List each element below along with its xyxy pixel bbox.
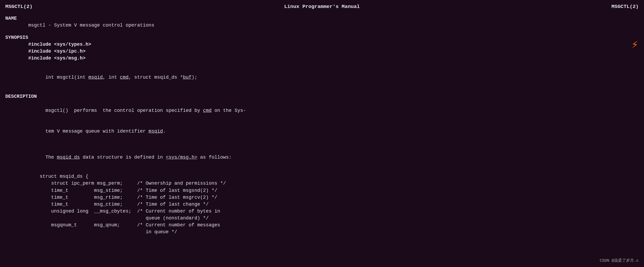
description-para1-line2: tem V message queue with identifier msqi… <box>5 121 639 142</box>
description-para1-line1: msgctl() performs the control operation … <box>5 100 639 121</box>
lightning-icon: ⚡ <box>632 37 638 53</box>
header-center: Linux Programmer's Manual <box>284 3 360 11</box>
synopsis-include-3: #include <sys/msg.h> <box>5 55 639 62</box>
description-para2: The msqid_ds data structure is defined i… <box>5 147 639 168</box>
name-content: msgctl - System V message control operat… <box>5 22 639 29</box>
header-left: MSGCTL(2) <box>5 3 33 11</box>
description-label: DESCRIPTION <box>5 93 639 100</box>
manual-page: MSGCTL(2) Linux Programmer's Manual MSGC… <box>5 3 639 235</box>
synopsis-section: SYNOPSIS #include <sys/types.h> #include… <box>5 34 639 88</box>
struct-msg-rtime: time_t msg_rtime; /* Time of last msgrcv… <box>5 194 639 201</box>
name-label: NAME <box>5 15 639 22</box>
msqid-ds-ref: msqid_ds <box>57 155 80 160</box>
struct-msg-qnum-1: msgqnum_t msg_qnum; /* Current number of… <box>5 222 639 228</box>
msqid-ref-1: msqid <box>88 75 103 80</box>
struct-msg-cbytes-2: queue (nonstandard) */ <box>5 215 639 222</box>
name-section: NAME msgctl - System V message control o… <box>5 15 639 29</box>
watermark: CSDN @温柔了岁月.c <box>600 258 639 264</box>
cmd-ref-2: cmd <box>203 108 211 113</box>
msqid-ref-2: msqid <box>149 129 163 134</box>
struct-msg-cbytes-1: unsigned long __msg_cbytes; /* Current n… <box>5 208 639 215</box>
buf-ref: buf <box>183 75 192 80</box>
synopsis-include-1: #include <sys/types.h> <box>5 41 639 48</box>
struct-msg-qnum-2: in queue */ <box>5 228 639 235</box>
manual-header: MSGCTL(2) Linux Programmer's Manual MSGC… <box>5 3 639 11</box>
description-section: DESCRIPTION msgctl() performs the contro… <box>5 93 639 235</box>
synopsis-signature: int msgctl(int msqid, int cmd, struct ms… <box>5 67 639 88</box>
struct-msg-ctime: time_t msg_ctime; /* Time of last change… <box>5 201 639 208</box>
header-right: MSGCTL(2) <box>611 3 639 11</box>
sysmsgh-ref: <sys/msg.h> <box>166 155 197 160</box>
synopsis-include-2: #include <sys/ipc.h> <box>5 48 639 55</box>
struct-ipc-perm: struct ipc_perm msg_perm; /* Ownership a… <box>5 180 639 187</box>
struct-open: struct msqid_ds { <box>5 173 639 180</box>
cmd-ref-1: cmd <box>120 75 128 80</box>
struct-msg-stime: time_t msg_stime; /* Time of last msgsnd… <box>5 187 639 194</box>
synopsis-label: SYNOPSIS <box>5 34 639 41</box>
